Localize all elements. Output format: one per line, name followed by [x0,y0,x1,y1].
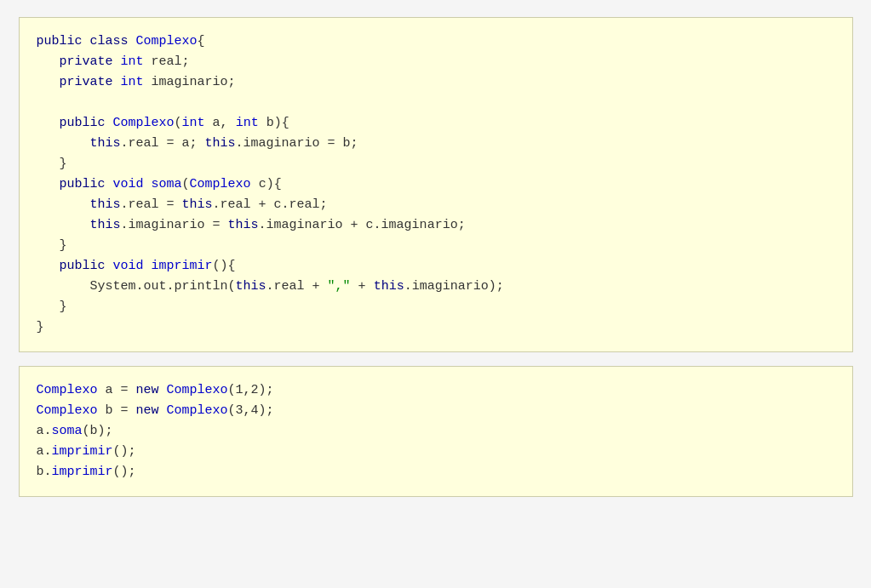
code-line: private int real; [37,52,835,72]
code-line: } [37,297,835,317]
code-line: public void imprimir(){ [37,256,835,277]
code-line: Complexo a = new Complexo(1,2); [37,380,835,401]
code-line: this.real = this.real + c.real; [37,195,835,215]
code-block-usage: Complexo a = new Complexo(1,2); Complexo… [19,366,853,497]
code-line: this.real = a; this.imaginario = b; [37,134,835,154]
code-line: } [37,317,835,338]
code-line: private int imaginario; [37,72,835,93]
code-line: } [37,236,835,256]
code-line: a.imprimir(); [37,442,835,462]
code-line: b.imprimir(); [37,462,835,482]
code-line: public class Complexo{ [37,31,835,52]
code-line: public Complexo(int a, int b){ [37,113,835,134]
code-line: } [37,154,835,174]
code-block-class: public class Complexo{ private int real;… [19,17,853,352]
code-line: this.imaginario = this.imaginario + c.im… [37,215,835,236]
code-line [37,93,835,113]
code-line: a.soma(b); [37,421,835,442]
code-line: System.out.println(this.real + "," + thi… [37,277,835,297]
code-line: public void soma(Complexo c){ [37,174,835,195]
code-line: Complexo b = new Complexo(3,4); [37,401,835,421]
